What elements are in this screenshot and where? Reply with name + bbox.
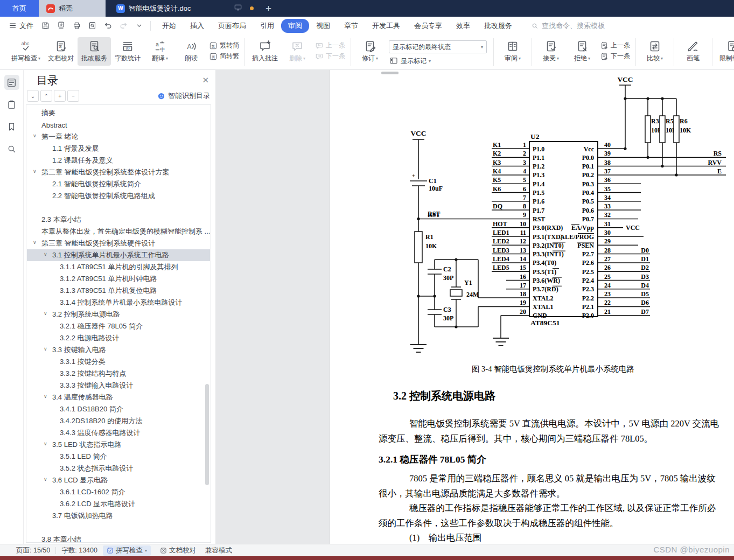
qat-printer-button[interactable]	[70, 19, 83, 32]
rail-outline-button[interactable]	[4, 75, 19, 90]
toc-item[interactable]: 2.2 智能电饭煲控制系统电路组成	[27, 190, 210, 202]
menu-tab-9[interactable]: 效率	[449, 19, 477, 33]
toc-item[interactable]: ∨第三章 智能电饭煲控制系统硬件设计	[27, 237, 210, 249]
toolbar-拒绝-button[interactable]: 拒绝▾	[567, 37, 598, 66]
toc-item[interactable]: 3.5.2 状态指示电路设计	[27, 463, 210, 474]
toolbar-简转繁-button[interactable]: 简简转繁	[209, 52, 239, 61]
tab-document[interactable]: W 智能电饭煲设计.doc	[109, 0, 232, 17]
toc-item[interactable]: ∨3.5 LED 状态指示电路	[27, 439, 210, 451]
toolbar-下一条-button[interactable]: 下一条	[315, 52, 345, 61]
toolbar-字数统计-button[interactable]: 80字数统计	[111, 37, 144, 66]
toc-expand-down-button[interactable]: ⌄	[27, 90, 39, 102]
toc-item[interactable]: 3.4.1 DS18B20 简介	[27, 403, 210, 415]
toc-item[interactable]: 3.6.1 LCD-1602 简介	[27, 486, 210, 498]
toc-item[interactable]: ∨第二章 智能电饭煲控制系统整体设计方案	[27, 166, 210, 178]
tab-home[interactable]: 首页	[0, 0, 39, 17]
qat-undo-button[interactable]	[101, 19, 115, 32]
toolbar-插入批注-button[interactable]: 插入批注	[248, 37, 282, 66]
show-marks-state-select[interactable]: 显示标记的最终状态▾	[389, 40, 487, 53]
toc-item[interactable]: 3.6.2 LCD 显示电路设计	[27, 498, 210, 510]
new-tab-button[interactable]: +	[259, 0, 278, 17]
qat-chev-button[interactable]	[132, 19, 146, 32]
spellcheck-toggle[interactable]: 拼写检查 ▾	[103, 545, 151, 556]
menu-tab-1[interactable]: 插入	[183, 19, 211, 33]
toc-item[interactable]: 3.2.2 电源电路设计	[27, 332, 210, 344]
toc-item[interactable]: ∨3.1 控制系统单片机最小系统工作电路	[27, 249, 210, 261]
rail-annotation-button[interactable]	[4, 97, 19, 112]
toc-item[interactable]: ∨3.3 按键输入电路	[27, 344, 210, 356]
toc-item[interactable]: 3.3.1 按键分类	[27, 356, 210, 368]
toolbar-繁转简-button[interactable]: 繁繁转简	[209, 41, 239, 50]
toolbar-审阅-button[interactable]: 审阅▾	[497, 37, 528, 66]
qat-save-button[interactable]	[39, 19, 52, 32]
tab-docer[interactable]: 稻壳	[39, 0, 106, 17]
menu-tab-4[interactable]: 审阅	[281, 19, 309, 33]
doc-proof-toggle[interactable]: 文档校对	[156, 545, 200, 556]
toc-item[interactable]: 3.1.3 AT89C51 单片机复位电路	[27, 285, 210, 297]
menu-tab-6[interactable]: 章节	[337, 19, 365, 33]
chevron-down-icon: ∨	[44, 346, 47, 352]
toolbar-文档校对-button[interactable]: a文档校对	[44, 37, 78, 66]
toolbar-限制编辑-button[interactable]: 限制编辑	[716, 37, 734, 66]
toc-item[interactable]: 3.3.3 按键输入电路设计	[27, 380, 210, 391]
toc-item[interactable]: 2.3 本章小结	[27, 214, 210, 226]
toc-item[interactable]: 3.2.1 稳压器件 78L05 简介	[27, 320, 210, 332]
toc-scrollbar-thumb[interactable]	[205, 384, 209, 485]
toc-item[interactable]: ∨3.6 LCD 显示电路	[27, 474, 210, 486]
toc-expand-all-button[interactable]: ＋	[54, 90, 66, 102]
toc-item[interactable]: 3.5.1 LED 简介	[27, 451, 210, 463]
toolbar-比较-button[interactable]: 比较▾	[639, 37, 670, 66]
qat-preview-button[interactable]	[86, 19, 99, 32]
menu-tab-2[interactable]: 页面布局	[211, 19, 253, 33]
toc-item[interactable]: 3.1.4 控制系统单片机最小系统电路设计	[27, 297, 210, 309]
toc-item[interactable]: 2.1 智能电饭煲控制系统简介	[27, 178, 210, 190]
toolbar-上一条-button[interactable]: 上一条	[315, 41, 345, 50]
toc-item[interactable]: 本章从整体出发，首先确定电饭煲的模糊智能控制系 ...	[27, 226, 210, 237]
toc-item[interactable]: 3.4.3 温度传感器电路设计	[27, 427, 210, 439]
toc-collapse-up-button[interactable]: ⌃	[40, 90, 52, 102]
command-search[interactable]: 查找命令、搜索模板	[531, 21, 605, 31]
toc-item[interactable]: 3.3.2 按键结构与特点	[27, 368, 210, 380]
menu-tab-5[interactable]: 视图	[309, 19, 337, 33]
toc-item[interactable]: 3.4.2DS18B20 的使用方法	[27, 415, 210, 427]
toolbar-上一条-button[interactable]: 上一条	[600, 41, 630, 50]
share-screen-icon[interactable]	[234, 3, 242, 14]
chevron-down-icon: ▾	[481, 45, 483, 50]
menu-tab-0[interactable]: 开始	[155, 19, 183, 33]
search-icon	[6, 144, 17, 154]
toolbar-画笔-button[interactable]: 画笔	[677, 37, 709, 66]
qat-output-button[interactable]	[54, 19, 68, 32]
toc-collapse-all-button[interactable]: －	[67, 90, 79, 102]
toc-item[interactable]: 3.1.2 AT89C51 单片机时钟电路	[27, 273, 210, 285]
toolbar-删除-button[interactable]: 删除▾	[282, 37, 313, 66]
menu-tab-8[interactable]: 会员专享	[407, 19, 449, 33]
toolbar-拼写检查-button[interactable]: abc拼写检查▾	[8, 37, 44, 66]
toolbar-显示标记-button[interactable]: 显示标记▾	[389, 56, 487, 66]
toolbar-朗读-button[interactable]: A朗读	[176, 37, 207, 66]
qat-redo-button[interactable]	[117, 19, 130, 32]
menu-tab-7[interactable]: 开发工具	[365, 19, 407, 33]
toc-item[interactable]: 3.8 本章小结	[27, 534, 210, 543]
toc-item[interactable]: 3.7 电饭锅加热电路	[27, 510, 210, 522]
toolbar-接受-button[interactable]: 接受▾	[535, 37, 567, 66]
toc-item[interactable]: 3.1.1 AT89C51 单片机的引脚及其排列	[27, 261, 210, 273]
rail-search-button[interactable]	[4, 141, 19, 156]
toc-item[interactable]: ∨第一章 绪论	[27, 131, 210, 143]
toc-item[interactable]: 1.1 背景及发展	[27, 143, 210, 155]
close-icon[interactable]: ✕	[202, 75, 209, 85]
toc-item[interactable]: ∨3.2 控制系统电源电路	[27, 309, 210, 320]
menu-tab-10[interactable]: 批改服务	[477, 19, 519, 33]
file-menu-button[interactable]: 文件	[0, 21, 39, 31]
toolbar-批改服务-button[interactable]: 批改服务	[78, 37, 111, 66]
toolbar-翻译-button[interactable]: a中翻译▾	[144, 37, 176, 66]
smart-toc-button[interactable]: 智能识别目录	[157, 91, 210, 101]
menu-tab-3[interactable]: 引用	[253, 19, 281, 33]
rail-bookmark-button[interactable]	[4, 119, 19, 134]
toolbar-下一条-button[interactable]: 下一条	[600, 52, 630, 61]
toc-item[interactable]: ∨3.4 温度传感器电路	[27, 391, 210, 403]
toc-item[interactable]: 摘要	[27, 107, 210, 119]
svg-text:P1.6: P1.6	[533, 198, 544, 205]
toc-item[interactable]: Abstract	[27, 119, 210, 131]
toolbar-修订-button[interactable]: 修订▾	[354, 37, 386, 66]
toc-item[interactable]: 1.2 课题任务及意义	[27, 155, 210, 166]
